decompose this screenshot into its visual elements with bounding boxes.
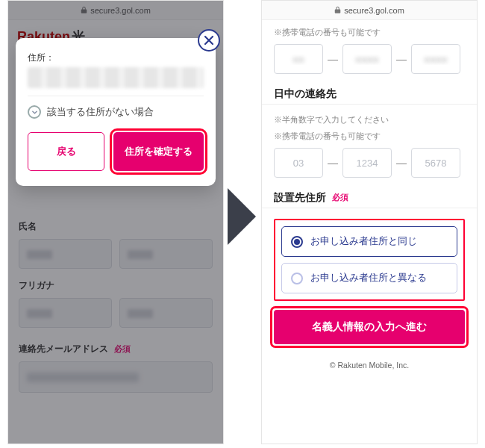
address-label: 住所： (28, 52, 204, 64)
lock-icon (334, 6, 341, 14)
left-phone: secure3.gol.com Rakuten光 氏名 フリガナ 連絡先メールア… (7, 0, 224, 444)
chevron-down-icon (28, 105, 41, 119)
close-icon[interactable] (198, 29, 220, 52)
required-badge: 必須 (332, 193, 348, 203)
phone-row-1: — — (274, 44, 465, 74)
radio-icon (291, 236, 303, 248)
hint-halfwidth: ※半角数字で入力してください (274, 115, 465, 125)
hint-mobile-2: ※携帯電話の番号も可能です (274, 131, 465, 142)
section-install-address: 設置先住所 (274, 191, 326, 205)
address-value-redacted (28, 67, 204, 88)
proceed-button[interactable]: 名義人情報の入力へ進む (274, 310, 465, 344)
no-address-link[interactable]: 該当する住所がない場合 (28, 105, 204, 119)
radio-same-address[interactable]: お申し込み者住所と同じ (281, 226, 457, 257)
phone1-part2[interactable] (342, 44, 392, 74)
phone1-part1[interactable] (274, 44, 323, 74)
hint-mobile: ※携帯電話の番号も可能です (274, 28, 465, 38)
url-text: secure3.gol.com (344, 6, 404, 15)
phone1-part3[interactable] (411, 44, 460, 74)
right-phone: secure3.gol.com ※携帯電話の番号も可能です — — 日中の連絡先… (261, 0, 478, 444)
back-button[interactable]: 戻る (28, 132, 104, 171)
radio-different-address[interactable]: お申し込み者住所と異なる (281, 263, 457, 293)
address-modal: 住所： 該当する住所がない場合 戻る 住所を確定する (16, 38, 216, 186)
phone2-part2[interactable] (342, 148, 392, 178)
phone2-part1[interactable] (274, 148, 323, 178)
url-bar: secure3.gol.com (262, 1, 477, 20)
radio-icon (291, 273, 303, 284)
section-daytime-contact: 日中の連絡先 (274, 87, 465, 101)
phone2-part3[interactable] (411, 148, 460, 178)
arrow-icon (226, 187, 259, 249)
footer-copyright: © Rakuten Mobile, Inc. (274, 361, 465, 370)
address-radio-group: お申し込み者住所と同じ お申し込み者住所と異なる (274, 219, 465, 301)
phone-row-2: — — (274, 148, 465, 178)
confirm-address-button[interactable]: 住所を確定する (113, 132, 204, 171)
